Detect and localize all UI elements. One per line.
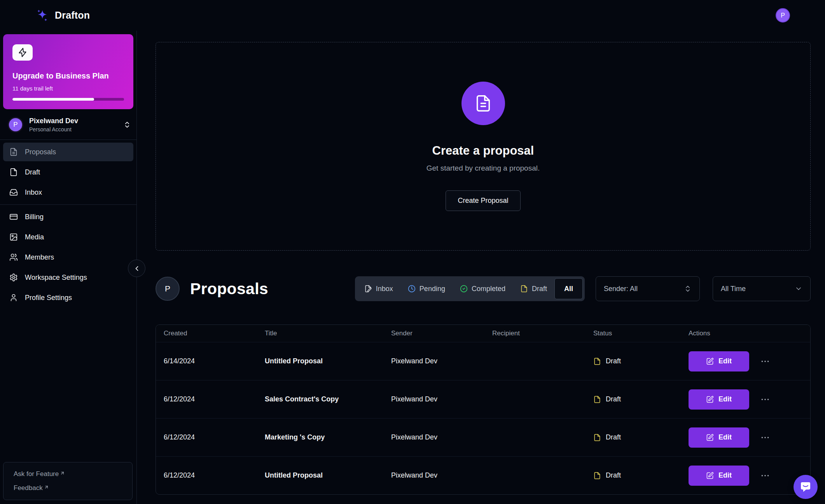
proposals-table: Created Title Sender Recipient Status Ac… [156,324,811,495]
chevron-down-icon [795,285,802,293]
cell-created: 6/12/2024 [164,433,265,441]
sidebar-item-label: Draft [25,168,40,176]
sidebar-collapse-button[interactable] [128,260,145,277]
tab-label: Inbox [376,285,393,293]
sidebar-item-media[interactable]: Media [3,228,133,246]
sidebar: Upgrade to Business Plan 11 days trail l… [0,31,137,504]
edit-button-label: Edit [718,471,732,480]
upgrade-banner[interactable]: Upgrade to Business Plan 11 days trail l… [3,34,133,109]
edit-button[interactable]: Edit [689,466,749,486]
row-menu-button[interactable] [760,356,770,366]
sender-filter-select[interactable]: Sender: All [596,276,700,301]
time-filter-select[interactable]: All Time [713,276,811,301]
ask-for-feature-link[interactable]: Ask for Feature [14,470,122,478]
column-header-sender: Sender [391,330,492,337]
edit-button[interactable]: Edit [689,389,749,410]
sidebar-footer-card: Ask for Feature Feedback [3,462,133,500]
edit-button-label: Edit [718,433,732,441]
table-row: 6/12/2024 Sales Contract's Copy Pixelwan… [156,380,810,418]
tab-all[interactable]: All [554,278,583,299]
cell-status: Draft [593,395,689,403]
sidebar-item-inbox[interactable]: Inbox [3,183,133,202]
cell-actions: Edit [689,466,810,486]
create-proposal-button[interactable]: Create Proposal [446,190,520,211]
edit-button[interactable]: Edit [689,427,749,448]
status-badge: Draft [606,395,621,403]
chat-widget-button[interactable] [794,475,818,499]
main-content: Create a proposal Get started by creatin… [137,31,825,504]
draft-file-icon [593,358,601,365]
tab-completed[interactable]: Completed [453,278,513,299]
cell-created: 6/12/2024 [164,471,265,480]
account-switcher[interactable]: P Pixelwand Dev Personal Account [0,109,136,140]
column-header-created: Created [164,330,265,337]
account-info: Pixelwand Dev Personal Account [29,117,78,133]
trial-progress-fill [12,98,94,101]
empty-state-panel: Create a proposal Get started by creatin… [156,42,811,251]
cell-created: 6/12/2024 [164,395,265,403]
sidebar-item-draft[interactable]: Draft [3,163,133,181]
sidebar-item-members[interactable]: Members [3,248,133,267]
status-badge: Draft [606,433,621,441]
app-shell: Upgrade to Business Plan 11 days trail l… [0,31,825,504]
sidebar-nav-primary: Proposals Draft Inbox [0,140,136,204]
tab-label: Pending [419,285,445,293]
user-avatar[interactable]: P [776,8,790,23]
cell-title: Marketing 's Copy [265,433,391,441]
cell-sender: Pixelwand Dev [391,433,492,441]
table-row: 6/12/2024 Untitled Proposal Pixelwand De… [156,456,810,494]
column-header-recipient: Recipient [492,330,593,337]
tab-label: Completed [472,285,505,293]
ellipsis-icon [760,356,770,366]
chevron-left-icon [133,265,141,272]
tab-pending[interactable]: Pending [400,278,453,299]
sidebar-item-proposals[interactable]: Proposals [3,143,133,161]
brand-logo[interactable]: Drafton [35,8,90,23]
tab-inbox[interactable]: Inbox [357,278,400,299]
arrow-up-right-icon [60,471,65,476]
inbox-icon [9,188,18,197]
sidebar-item-label: Workspace Settings [25,274,87,282]
account-avatar: P [8,117,23,133]
clock-icon [408,285,416,293]
sender-filter-value: Sender: All [604,285,638,293]
row-menu-button[interactable] [760,432,770,443]
table-header-row: Created Title Sender Recipient Status Ac… [156,325,810,342]
cell-actions: Edit [689,389,810,410]
pencil-square-icon [706,358,714,365]
time-filter-value: All Time [721,285,746,293]
brand-name: Drafton [55,10,90,21]
cell-sender: Pixelwand Dev [391,471,492,480]
file-pen-icon [364,285,372,293]
sidebar-item-billing[interactable]: Billing [3,208,133,226]
arrow-up-right-icon [44,485,49,490]
tab-draft[interactable]: Draft [513,278,554,299]
row-menu-button[interactable] [760,394,770,405]
app-root: Drafton P Upgrade to Business Plan 11 da… [0,0,825,504]
trial-progress-bar [12,98,124,101]
sidebar-item-workspace-settings[interactable]: Workspace Settings [3,268,133,287]
edit-button-label: Edit [718,395,732,403]
ellipsis-icon [760,471,770,481]
edit-button[interactable]: Edit [689,351,749,371]
sidebar-item-profile-settings[interactable]: Profile Settings [3,288,133,307]
sparkle-logo-icon [35,8,50,23]
upgrade-subtitle: 11 days trail left [12,85,124,92]
cell-status: Draft [593,471,689,480]
status-filter-tabs: Inbox Pending Completed [355,276,585,301]
file-lines-icon [9,148,18,156]
column-header-actions: Actions [689,330,810,337]
sidebar-item-label: Media [25,233,44,241]
table-row: 6/14/2024 Untitled Proposal Pixelwand De… [156,342,810,380]
table-row: 6/12/2024 Marketing 's Copy Pixelwand De… [156,418,810,456]
upgrade-title: Upgrade to Business Plan [12,72,124,80]
cell-sender: Pixelwand Dev [391,357,492,365]
tab-label: Draft [532,285,547,293]
feedback-link[interactable]: Feedback [14,484,122,492]
proposals-header: P Proposals Inbox Pending [156,276,811,301]
draft-file-icon [593,396,601,403]
image-icon [9,233,18,241]
row-menu-button[interactable] [760,471,770,481]
sidebar-item-label: Billing [25,213,44,221]
account-type: Personal Account [29,126,78,133]
